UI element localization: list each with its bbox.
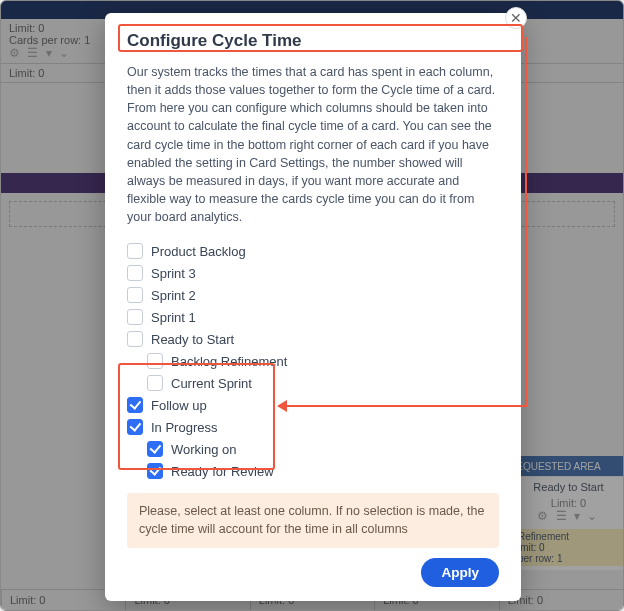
checkbox[interactable] [127,265,143,281]
column-option[interactable]: Backlog Refinement [127,350,499,372]
column-option[interactable]: Follow up [127,394,499,416]
checkbox[interactable] [127,331,143,347]
column-option[interactable]: Product Backlog [127,240,499,262]
modal-footer: Apply [127,558,499,587]
column-option[interactable]: In Progress [127,416,499,438]
modal-description: Our system tracks the times that a card … [127,63,499,226]
column-label: Sprint 2 [151,288,196,303]
close-button[interactable]: ✕ [505,7,527,29]
column-label: Ready for Review [171,464,274,479]
column-option[interactable]: Review [127,482,499,483]
checkbox[interactable] [147,353,163,369]
modal-title: Configure Cycle Time [127,31,499,51]
column-label: Current Sprint [171,376,252,391]
checkbox[interactable] [127,397,143,413]
column-label: Working on [171,442,237,457]
checkbox[interactable] [147,441,163,457]
column-option[interactable]: Sprint 2 [127,284,499,306]
column-label: Product Backlog [151,244,246,259]
column-label: Follow up [151,398,207,413]
checkbox[interactable] [147,463,163,479]
checkbox[interactable] [127,419,143,435]
column-option[interactable]: Sprint 3 [127,262,499,284]
column-option[interactable]: Current Sprint [127,372,499,394]
checkbox[interactable] [127,243,143,259]
column-label: In Progress [151,420,217,435]
column-option[interactable]: Sprint 1 [127,306,499,328]
app-stage: Limit: 0 Cards per row: 1 ⚙ ☰ ▾ ⌄ Limit:… [0,0,624,611]
column-option[interactable]: Ready to Start [127,328,499,350]
column-label: Backlog Refinement [171,354,287,369]
column-option[interactable]: Ready for Review [127,460,499,482]
configure-cycle-time-modal: ✕ Configure Cycle Time Our system tracks… [105,13,521,601]
close-icon: ✕ [510,10,522,26]
checkbox[interactable] [127,309,143,325]
apply-button[interactable]: Apply [421,558,499,587]
column-label: Sprint 1 [151,310,196,325]
checkbox[interactable] [147,375,163,391]
checkbox[interactable] [127,287,143,303]
column-option[interactable]: Working on [127,438,499,460]
column-checklist: Product BacklogSprint 3Sprint 2Sprint 1R… [127,240,499,483]
column-label: Ready to Start [151,332,234,347]
selection-warning: Please, select at least one column. If n… [127,493,499,548]
column-label: Sprint 3 [151,266,196,281]
